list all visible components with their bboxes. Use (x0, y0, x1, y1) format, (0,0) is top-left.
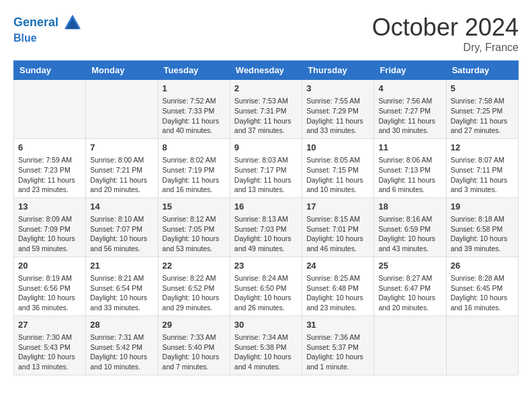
calendar-week-row: 13Sunrise: 8:09 AM Sunset: 7:09 PM Dayli… (14, 197, 519, 257)
calendar-cell: 30Sunrise: 7:34 AM Sunset: 5:38 PM Dayli… (230, 316, 302, 375)
calendar-cell: 23Sunrise: 8:24 AM Sunset: 6:50 PM Dayli… (230, 257, 302, 316)
cell-content: Sunrise: 8:18 AM Sunset: 6:58 PM Dayligh… (451, 214, 514, 254)
cell-content: Sunrise: 8:05 AM Sunset: 7:15 PM Dayligh… (306, 155, 369, 195)
title-block: October 2024 Dry, France (372, 13, 519, 54)
calendar-cell: 27Sunrise: 7:30 AM Sunset: 5:43 PM Dayli… (14, 316, 86, 375)
day-number: 10 (306, 142, 369, 154)
cell-content: Sunrise: 8:28 AM Sunset: 6:45 PM Dayligh… (451, 273, 514, 313)
weekday-header-row: SundayMondayTuesdayWednesdayThursdayFrid… (14, 61, 519, 80)
calendar-cell: 26Sunrise: 8:28 AM Sunset: 6:45 PM Dayli… (446, 257, 518, 316)
calendar-cell: 20Sunrise: 8:19 AM Sunset: 6:56 PM Dayli… (14, 257, 86, 316)
calendar-cell: 7Sunrise: 8:00 AM Sunset: 7:21 PM Daylig… (86, 138, 158, 197)
cell-content: Sunrise: 7:31 AM Sunset: 5:42 PM Dayligh… (90, 332, 153, 372)
calendar-cell: 13Sunrise: 8:09 AM Sunset: 7:09 PM Dayli… (14, 197, 86, 257)
cell-content: Sunrise: 7:33 AM Sunset: 5:40 PM Dayligh… (163, 332, 226, 372)
day-number: 17 (306, 201, 369, 213)
calendar-cell: 10Sunrise: 8:05 AM Sunset: 7:15 PM Dayli… (302, 138, 374, 197)
day-number: 25 (378, 260, 441, 272)
weekday-header: Tuesday (158, 61, 230, 80)
day-number: 23 (234, 260, 298, 272)
logo-subtext: Blue (13, 32, 82, 44)
cell-content: Sunrise: 7:55 AM Sunset: 7:29 PM Dayligh… (306, 96, 369, 136)
cell-content: Sunrise: 8:15 AM Sunset: 7:01 PM Dayligh… (306, 214, 369, 254)
calendar-cell: 15Sunrise: 8:12 AM Sunset: 7:05 PM Dayli… (158, 197, 230, 257)
cell-content: Sunrise: 8:06 AM Sunset: 7:13 PM Dayligh… (378, 155, 441, 195)
day-number: 2 (234, 83, 298, 95)
calendar-week-row: 6Sunrise: 7:59 AM Sunset: 7:23 PM Daylig… (14, 138, 519, 197)
logo-text: General (13, 13, 82, 32)
calendar-week-row: 27Sunrise: 7:30 AM Sunset: 5:43 PM Dayli… (14, 316, 519, 375)
calendar-cell: 25Sunrise: 8:27 AM Sunset: 6:47 PM Dayli… (374, 257, 446, 316)
location: Dry, France (372, 42, 519, 54)
day-number: 11 (378, 142, 441, 154)
day-number: 31 (306, 319, 369, 331)
calendar-cell: 14Sunrise: 8:10 AM Sunset: 7:07 PM Dayli… (86, 197, 158, 257)
day-number: 9 (234, 142, 298, 154)
cell-content: Sunrise: 8:00 AM Sunset: 7:21 PM Dayligh… (90, 155, 153, 195)
day-number: 26 (451, 260, 514, 272)
cell-content: Sunrise: 8:10 AM Sunset: 7:07 PM Dayligh… (90, 214, 153, 254)
page-header: General Blue October 2024 Dry, France (13, 13, 519, 54)
calendar-cell: 8Sunrise: 8:02 AM Sunset: 7:19 PM Daylig… (158, 138, 230, 197)
cell-content: Sunrise: 8:09 AM Sunset: 7:09 PM Dayligh… (18, 214, 81, 254)
cell-content: Sunrise: 8:25 AM Sunset: 6:48 PM Dayligh… (306, 273, 369, 313)
day-number: 22 (163, 260, 226, 272)
calendar-cell: 21Sunrise: 8:21 AM Sunset: 6:54 PM Dayli… (86, 257, 158, 316)
cell-content: Sunrise: 7:34 AM Sunset: 5:38 PM Dayligh… (234, 332, 298, 372)
calendar-cell: 11Sunrise: 8:06 AM Sunset: 7:13 PM Dayli… (374, 138, 446, 197)
calendar-cell: 28Sunrise: 7:31 AM Sunset: 5:42 PM Dayli… (86, 316, 158, 375)
calendar-cell: 22Sunrise: 8:22 AM Sunset: 6:52 PM Dayli… (158, 257, 230, 316)
cell-content: Sunrise: 7:56 AM Sunset: 7:27 PM Dayligh… (378, 96, 441, 136)
calendar-cell: 5Sunrise: 7:58 AM Sunset: 7:25 PM Daylig… (446, 80, 518, 139)
cell-content: Sunrise: 8:03 AM Sunset: 7:17 PM Dayligh… (234, 155, 298, 195)
calendar-cell: 1Sunrise: 7:52 AM Sunset: 7:33 PM Daylig… (158, 80, 230, 139)
calendar-cell: 12Sunrise: 8:07 AM Sunset: 7:11 PM Dayli… (446, 138, 518, 197)
cell-content: Sunrise: 8:12 AM Sunset: 7:05 PM Dayligh… (163, 214, 226, 254)
weekday-header: Sunday (14, 61, 86, 80)
calendar-cell (446, 316, 518, 375)
calendar-cell (86, 80, 158, 139)
day-number: 30 (234, 319, 298, 331)
calendar-cell: 24Sunrise: 8:25 AM Sunset: 6:48 PM Dayli… (302, 257, 374, 316)
cell-content: Sunrise: 7:36 AM Sunset: 5:37 PM Dayligh… (306, 332, 369, 372)
weekday-header: Friday (374, 61, 446, 80)
cell-content: Sunrise: 7:58 AM Sunset: 7:25 PM Dayligh… (451, 96, 514, 136)
calendar-cell: 16Sunrise: 8:13 AM Sunset: 7:03 PM Dayli… (230, 197, 302, 257)
cell-content: Sunrise: 7:59 AM Sunset: 7:23 PM Dayligh… (18, 155, 81, 195)
calendar-cell: 2Sunrise: 7:53 AM Sunset: 7:31 PM Daylig… (230, 80, 302, 139)
day-number: 19 (451, 201, 514, 213)
cell-content: Sunrise: 8:02 AM Sunset: 7:19 PM Dayligh… (163, 155, 226, 195)
day-number: 29 (163, 319, 226, 331)
cell-content: Sunrise: 8:21 AM Sunset: 6:54 PM Dayligh… (90, 273, 153, 313)
day-number: 3 (306, 83, 369, 95)
calendar-cell: 31Sunrise: 7:36 AM Sunset: 5:37 PM Dayli… (302, 316, 374, 375)
day-number: 6 (18, 142, 81, 154)
weekday-header: Monday (86, 61, 158, 80)
day-number: 4 (378, 83, 441, 95)
calendar-cell: 4Sunrise: 7:56 AM Sunset: 7:27 PM Daylig… (374, 80, 446, 139)
calendar-week-row: 20Sunrise: 8:19 AM Sunset: 6:56 PM Dayli… (14, 257, 519, 316)
calendar-cell (374, 316, 446, 375)
month-title: October 2024 (372, 13, 519, 42)
day-number: 12 (451, 142, 514, 154)
day-number: 16 (234, 201, 298, 213)
calendar-cell (14, 80, 86, 139)
calendar-cell: 6Sunrise: 7:59 AM Sunset: 7:23 PM Daylig… (14, 138, 86, 197)
day-number: 14 (90, 201, 153, 213)
cell-content: Sunrise: 8:24 AM Sunset: 6:50 PM Dayligh… (234, 273, 298, 313)
day-number: 24 (306, 260, 369, 272)
weekday-header: Thursday (302, 61, 374, 80)
cell-content: Sunrise: 8:16 AM Sunset: 6:59 PM Dayligh… (378, 214, 441, 254)
weekday-header: Wednesday (230, 61, 302, 80)
cell-content: Sunrise: 8:13 AM Sunset: 7:03 PM Dayligh… (234, 214, 298, 254)
day-number: 5 (451, 83, 514, 95)
calendar-cell: 9Sunrise: 8:03 AM Sunset: 7:17 PM Daylig… (230, 138, 302, 197)
cell-content: Sunrise: 8:07 AM Sunset: 7:11 PM Dayligh… (451, 155, 514, 195)
day-number: 15 (163, 201, 226, 213)
cell-content: Sunrise: 8:27 AM Sunset: 6:47 PM Dayligh… (378, 273, 441, 313)
logo: General Blue (13, 13, 82, 44)
cell-content: Sunrise: 8:19 AM Sunset: 6:56 PM Dayligh… (18, 273, 81, 313)
cell-content: Sunrise: 7:52 AM Sunset: 7:33 PM Dayligh… (163, 96, 226, 136)
day-number: 20 (18, 260, 81, 272)
cell-content: Sunrise: 8:22 AM Sunset: 6:52 PM Dayligh… (163, 273, 226, 313)
